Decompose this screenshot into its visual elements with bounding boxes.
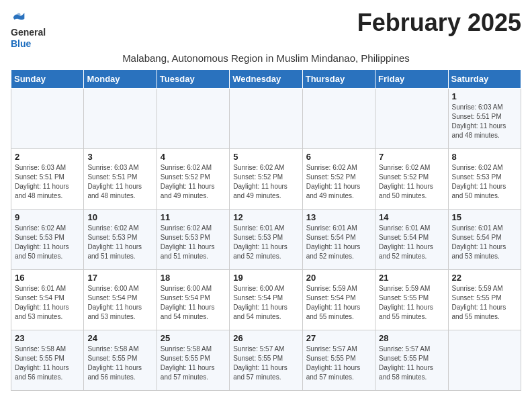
day-number: 8 bbox=[452, 152, 517, 162]
calendar-day-cell: 14Sunrise: 6:01 AM Sunset: 5:54 PM Dayli… bbox=[375, 209, 448, 269]
day-number: 5 bbox=[233, 152, 298, 162]
header: General Blue February 2025 bbox=[11, 11, 521, 50]
empty-day-cell bbox=[230, 88, 302, 148]
calendar-day-cell: 7Sunrise: 6:02 AM Sunset: 5:52 PM Daylig… bbox=[375, 148, 448, 209]
day-info: Sunrise: 5:57 AM Sunset: 5:55 PM Dayligh… bbox=[306, 345, 371, 382]
day-info: Sunrise: 6:03 AM Sunset: 5:51 PM Dayligh… bbox=[15, 163, 80, 201]
day-info: Sunrise: 6:01 AM Sunset: 5:54 PM Dayligh… bbox=[15, 284, 80, 322]
logo: General Blue bbox=[11, 11, 46, 50]
weekday-header-tuesday: Tuesday bbox=[157, 69, 229, 88]
day-number: 6 bbox=[306, 152, 371, 162]
calendar-day-cell: 2Sunrise: 6:03 AM Sunset: 5:51 PM Daylig… bbox=[11, 148, 84, 209]
calendar-table: SundayMondayTuesdayWednesdayThursdayFrid… bbox=[11, 69, 521, 391]
calendar-day-cell: 23Sunrise: 5:58 AM Sunset: 5:55 PM Dayli… bbox=[11, 330, 84, 390]
calendar-day-cell: 15Sunrise: 6:01 AM Sunset: 5:54 PM Dayli… bbox=[448, 209, 521, 269]
day-info: Sunrise: 6:03 AM Sunset: 5:51 PM Dayligh… bbox=[87, 163, 152, 201]
day-info: Sunrise: 5:59 AM Sunset: 5:54 PM Dayligh… bbox=[306, 284, 371, 322]
day-number: 24 bbox=[87, 333, 152, 343]
weekday-header-thursday: Thursday bbox=[302, 69, 375, 88]
day-number: 21 bbox=[379, 273, 444, 283]
calendar-week-row: 9Sunrise: 6:02 AM Sunset: 5:53 PM Daylig… bbox=[11, 209, 521, 269]
calendar-day-cell: 8Sunrise: 6:02 AM Sunset: 5:53 PM Daylig… bbox=[448, 148, 521, 209]
day-info: Sunrise: 5:58 AM Sunset: 5:55 PM Dayligh… bbox=[87, 345, 152, 382]
day-info: Sunrise: 6:02 AM Sunset: 5:52 PM Dayligh… bbox=[379, 163, 444, 201]
day-info: Sunrise: 5:57 AM Sunset: 5:55 PM Dayligh… bbox=[233, 345, 298, 382]
empty-day-cell bbox=[11, 88, 84, 148]
day-number: 15 bbox=[452, 212, 517, 222]
day-info: Sunrise: 6:00 AM Sunset: 5:54 PM Dayligh… bbox=[161, 284, 226, 322]
day-number: 16 bbox=[15, 273, 80, 283]
empty-day-cell bbox=[157, 88, 229, 148]
day-info: Sunrise: 6:02 AM Sunset: 5:53 PM Dayligh… bbox=[15, 224, 80, 261]
empty-day-cell bbox=[375, 88, 448, 148]
month-title: February 2025 bbox=[357, 11, 521, 35]
day-number: 22 bbox=[452, 273, 517, 283]
calendar-day-cell: 26Sunrise: 5:57 AM Sunset: 5:55 PM Dayli… bbox=[230, 330, 302, 390]
empty-day-cell bbox=[302, 88, 375, 148]
day-number: 17 bbox=[87, 273, 152, 283]
day-info: Sunrise: 5:57 AM Sunset: 5:55 PM Dayligh… bbox=[379, 345, 444, 382]
day-info: Sunrise: 5:58 AM Sunset: 5:55 PM Dayligh… bbox=[15, 345, 80, 382]
day-number: 18 bbox=[161, 273, 226, 283]
logo-icon bbox=[12, 11, 26, 24]
day-number: 9 bbox=[15, 212, 80, 222]
calendar-day-cell: 20Sunrise: 5:59 AM Sunset: 5:54 PM Dayli… bbox=[302, 269, 375, 330]
day-info: Sunrise: 6:03 AM Sunset: 5:51 PM Dayligh… bbox=[452, 103, 517, 140]
calendar-day-cell: 9Sunrise: 6:02 AM Sunset: 5:53 PM Daylig… bbox=[11, 209, 84, 269]
day-info: Sunrise: 6:00 AM Sunset: 5:54 PM Dayligh… bbox=[87, 284, 152, 322]
empty-day-cell bbox=[448, 330, 521, 390]
day-number: 2 bbox=[15, 152, 80, 162]
calendar-day-cell: 3Sunrise: 6:03 AM Sunset: 5:51 PM Daylig… bbox=[84, 148, 157, 209]
weekday-header-monday: Monday bbox=[84, 69, 157, 88]
day-number: 13 bbox=[306, 212, 371, 222]
day-info: Sunrise: 6:02 AM Sunset: 5:52 PM Dayligh… bbox=[306, 163, 371, 201]
day-info: Sunrise: 6:01 AM Sunset: 5:54 PM Dayligh… bbox=[306, 224, 371, 261]
calendar-week-row: 23Sunrise: 5:58 AM Sunset: 5:55 PM Dayli… bbox=[11, 330, 521, 390]
day-number: 28 bbox=[379, 333, 444, 343]
calendar-day-cell: 16Sunrise: 6:01 AM Sunset: 5:54 PM Dayli… bbox=[11, 269, 84, 330]
day-number: 27 bbox=[306, 333, 371, 343]
calendar-day-cell: 13Sunrise: 6:01 AM Sunset: 5:54 PM Dayli… bbox=[302, 209, 375, 269]
day-info: Sunrise: 6:00 AM Sunset: 5:54 PM Dayligh… bbox=[233, 284, 298, 322]
calendar-day-cell: 6Sunrise: 6:02 AM Sunset: 5:52 PM Daylig… bbox=[302, 148, 375, 209]
calendar-day-cell: 12Sunrise: 6:01 AM Sunset: 5:53 PM Dayli… bbox=[230, 209, 302, 269]
weekday-header-wednesday: Wednesday bbox=[230, 69, 302, 88]
calendar-day-cell: 17Sunrise: 6:00 AM Sunset: 5:54 PM Dayli… bbox=[84, 269, 157, 330]
calendar-week-row: 16Sunrise: 6:01 AM Sunset: 5:54 PM Dayli… bbox=[11, 269, 521, 330]
day-number: 26 bbox=[233, 333, 298, 343]
weekday-header-saturday: Saturday bbox=[448, 69, 521, 88]
weekday-header-sunday: Sunday bbox=[11, 69, 84, 88]
calendar-week-row: 2Sunrise: 6:03 AM Sunset: 5:51 PM Daylig… bbox=[11, 148, 521, 209]
calendar-day-cell: 27Sunrise: 5:57 AM Sunset: 5:55 PM Dayli… bbox=[302, 330, 375, 390]
day-number: 3 bbox=[87, 152, 152, 162]
empty-day-cell bbox=[84, 88, 157, 148]
calendar-day-cell: 10Sunrise: 6:02 AM Sunset: 5:53 PM Dayli… bbox=[84, 209, 157, 269]
day-info: Sunrise: 5:59 AM Sunset: 5:55 PM Dayligh… bbox=[452, 284, 517, 322]
weekday-header-row: SundayMondayTuesdayWednesdayThursdayFrid… bbox=[11, 69, 521, 88]
calendar-day-cell: 24Sunrise: 5:58 AM Sunset: 5:55 PM Dayli… bbox=[84, 330, 157, 390]
day-info: Sunrise: 6:02 AM Sunset: 5:52 PM Dayligh… bbox=[233, 163, 298, 201]
weekday-header-friday: Friday bbox=[375, 69, 448, 88]
day-number: 7 bbox=[379, 152, 444, 162]
day-info: Sunrise: 6:01 AM Sunset: 5:54 PM Dayligh… bbox=[452, 224, 517, 261]
day-number: 4 bbox=[161, 152, 226, 162]
day-number: 11 bbox=[161, 212, 226, 222]
day-number: 19 bbox=[233, 273, 298, 283]
calendar-day-cell: 18Sunrise: 6:00 AM Sunset: 5:54 PM Dayli… bbox=[157, 269, 229, 330]
svg-point-1 bbox=[17, 13, 21, 16]
calendar-day-cell: 22Sunrise: 5:59 AM Sunset: 5:55 PM Dayli… bbox=[448, 269, 521, 330]
day-info: Sunrise: 6:02 AM Sunset: 5:52 PM Dayligh… bbox=[161, 163, 226, 201]
calendar-day-cell: 1Sunrise: 6:03 AM Sunset: 5:51 PM Daylig… bbox=[448, 88, 521, 148]
day-info: Sunrise: 6:02 AM Sunset: 5:53 PM Dayligh… bbox=[161, 224, 226, 261]
calendar-day-cell: 21Sunrise: 5:59 AM Sunset: 5:55 PM Dayli… bbox=[375, 269, 448, 330]
day-number: 20 bbox=[306, 273, 371, 283]
day-number: 12 bbox=[233, 212, 298, 222]
day-info: Sunrise: 6:02 AM Sunset: 5:53 PM Dayligh… bbox=[452, 163, 517, 201]
day-number: 14 bbox=[379, 212, 444, 222]
day-info: Sunrise: 6:01 AM Sunset: 5:54 PM Dayligh… bbox=[379, 224, 444, 261]
day-info: Sunrise: 5:58 AM Sunset: 5:55 PM Dayligh… bbox=[161, 345, 226, 382]
logo-text: General Blue bbox=[11, 27, 46, 50]
calendar-day-cell: 5Sunrise: 6:02 AM Sunset: 5:52 PM Daylig… bbox=[230, 148, 302, 209]
day-info: Sunrise: 5:59 AM Sunset: 5:55 PM Dayligh… bbox=[379, 284, 444, 322]
day-number: 23 bbox=[15, 333, 80, 343]
